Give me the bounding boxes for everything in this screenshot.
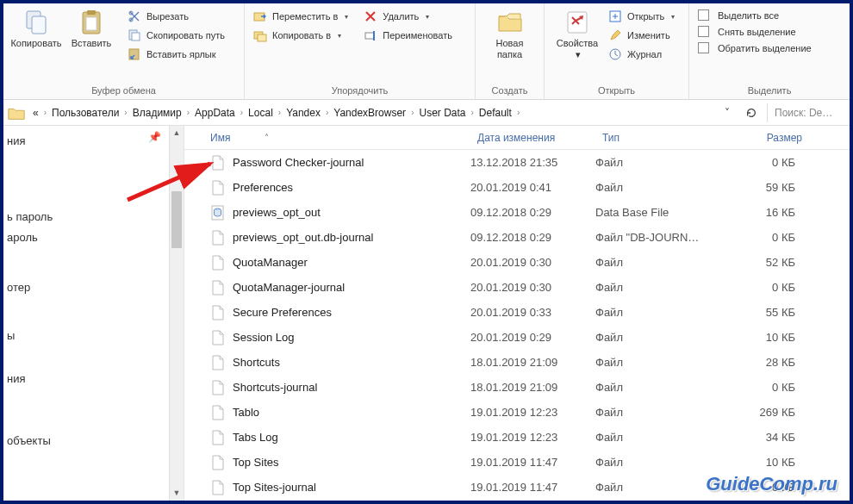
file-type: Файл	[595, 181, 716, 194]
nav-item[interactable]: ь пароль	[3, 205, 59, 228]
breadcrumb-item[interactable]: Local	[245, 107, 277, 119]
file-date: 18.01.2019 21:09	[470, 356, 595, 369]
copy-to-button[interactable]: Копировать в▾	[250, 28, 352, 43]
search-input[interactable]: Поиск: De…	[767, 103, 844, 122]
ribbon: Копировать Вставить Вырезать Скопировать…	[3, 3, 850, 100]
delete-icon	[364, 9, 377, 23]
file-size: 0 КБ	[716, 281, 811, 294]
rename-button[interactable]: Переименовать	[360, 28, 456, 43]
table-row[interactable]: Tabs Log19.01.2019 12:23Файл34 КБ	[184, 425, 850, 450]
nav-scrollbar[interactable]: ▲ ▼	[169, 126, 184, 501]
file-icon	[210, 280, 226, 296]
nav-item[interactable]: ния	[3, 367, 32, 390]
svg-rect-3	[87, 10, 96, 15]
search-placeholder: Поиск: De…	[775, 107, 832, 119]
select-none-label: Снять выделение	[718, 27, 796, 37]
delete-label: Удалить	[383, 11, 419, 22]
move-to-button[interactable]: Переместить в▾	[250, 9, 352, 24]
invert-selection-button[interactable]: Обратить выделение	[694, 41, 815, 54]
pin-icon[interactable]: 📌	[148, 131, 161, 143]
open-button[interactable]: Открыть▾	[605, 9, 678, 24]
table-row[interactable]: QuotaManager20.01.2019 0:30Файл52 КБ	[184, 250, 850, 275]
file-icon	[210, 305, 226, 320]
new-folder-button[interactable]: Новая папка	[483, 5, 538, 64]
file-icon	[210, 405, 226, 420]
edit-button[interactable]: Изменить	[605, 28, 678, 43]
svg-rect-1	[32, 16, 46, 34]
copy-path-button[interactable]: Скопировать путь	[124, 28, 228, 43]
file-name: Tabs Log	[233, 431, 278, 444]
nav-item[interactable]: объекты	[3, 429, 58, 452]
properties-button[interactable]: Свойства ▾	[550, 5, 605, 64]
breadcrumb-separator: ›	[239, 108, 245, 117]
paste-shortcut-button[interactable]: Вставить ярлык	[124, 47, 228, 62]
paste-shortcut-icon	[128, 47, 141, 61]
column-name[interactable]: Имя ˄	[210, 132, 477, 144]
breadcrumb-item[interactable]: Default	[476, 107, 515, 119]
select-none-button[interactable]: Снять выделение	[694, 25, 815, 38]
breadcrumb-item[interactable]: YandexBrowser	[330, 107, 409, 119]
file-type: Файл	[595, 381, 716, 394]
scroll-thumb[interactable]	[171, 191, 182, 248]
breadcrumb-item[interactable]: Пользователи	[48, 107, 122, 119]
file-icon	[210, 380, 226, 395]
file-size: 10 КБ	[716, 456, 811, 469]
paste-button[interactable]: Вставить	[64, 5, 119, 53]
table-row[interactable]: Session Log20.01.2019 0:29Файл10 КБ	[184, 325, 850, 350]
table-row[interactable]: Password Checker-journal13.12.2018 21:35…	[184, 150, 850, 175]
select-all-label: Выделить все	[718, 10, 779, 21]
nav-item[interactable]: ы	[3, 324, 22, 347]
select-all-button[interactable]: Выделить все	[694, 9, 815, 22]
file-date: 20.01.2019 0:30	[470, 281, 595, 294]
file-name: QuotaManager	[233, 256, 308, 269]
table-row[interactable]: previews_opt_out.db-journal09.12.2018 0:…	[184, 225, 850, 250]
nav-item[interactable]: ния	[3, 129, 32, 152]
open-label: Открыть	[627, 11, 664, 22]
breadcrumb-separator: ›	[277, 108, 283, 117]
nav-tree[interactable]: 📌 нияь парольарольотерынияобъекты ▲ ▼	[3, 126, 184, 501]
table-row[interactable]: Shortcuts18.01.2019 21:09Файл28 КБ	[184, 350, 850, 375]
table-row[interactable]: previews_opt_out09.12.2018 0:29Data Base…	[184, 200, 850, 225]
file-date: 20.01.2019 0:29	[470, 331, 595, 344]
column-size[interactable]: Размер	[723, 132, 818, 144]
table-row[interactable]: Top Sites-journal19.01.2019 11:47Файл0 К…	[184, 475, 850, 500]
table-row[interactable]: Top Sites19.01.2019 11:47Файл10 КБ	[184, 450, 850, 475]
table-row[interactable]: Preferences20.01.2019 0:41Файл59 КБ	[184, 175, 850, 200]
breadcrumb-overflow[interactable]: «	[29, 107, 42, 119]
breadcrumb[interactable]: « ›Пользователи›Владимир›AppData›Local›Y…	[29, 107, 719, 119]
copy-to-icon	[253, 28, 267, 42]
table-row[interactable]: Shortcuts-journal18.01.2019 21:09Файл0 К…	[184, 375, 850, 400]
scroll-up-icon[interactable]: ▲	[170, 126, 184, 140]
table-row[interactable]: Secure Preferences20.01.2019 0:33Файл55 …	[184, 300, 850, 325]
cut-button[interactable]: Вырезать	[124, 9, 228, 24]
file-name: previews_opt_out	[233, 206, 321, 219]
file-size: 269 КБ	[716, 406, 811, 419]
breadcrumb-item[interactable]: Yandex	[283, 107, 324, 119]
column-type[interactable]: Тип	[602, 132, 723, 144]
group-label-organize: Упорядочить	[250, 84, 470, 99]
history-button[interactable]: Журнал	[605, 47, 678, 62]
svg-rect-13	[365, 33, 374, 39]
breadcrumb-separator: ›	[515, 108, 521, 117]
delete-button[interactable]: Удалить▾	[360, 9, 456, 24]
new-folder-label-1: Новая	[496, 38, 524, 49]
table-row[interactable]: QuotaManager-journal20.01.2019 0:30Файл0…	[184, 275, 850, 300]
breadcrumb-separator: ›	[185, 108, 191, 117]
table-row[interactable]: Tablo19.01.2019 12:23Файл269 КБ	[184, 400, 850, 425]
copy-button[interactable]: Копировать	[9, 5, 64, 53]
nav-item[interactable]: отер	[3, 276, 37, 299]
open-icon	[608, 9, 622, 23]
copy-label: Копировать	[10, 38, 61, 49]
paste-label: Вставить	[72, 38, 112, 49]
file-icon	[210, 180, 226, 196]
breadcrumb-item[interactable]: User Data	[415, 107, 469, 119]
breadcrumb-item[interactable]: Владимир	[129, 107, 185, 119]
nav-item[interactable]: ароль	[3, 226, 45, 249]
scroll-down-icon[interactable]: ▼	[170, 486, 184, 501]
svg-rect-8	[132, 33, 140, 40]
column-name-label: Имя	[210, 132, 230, 144]
breadcrumb-item[interactable]: AppData	[191, 107, 239, 119]
column-date[interactable]: Дата изменения	[477, 132, 602, 144]
refresh-button[interactable]	[743, 104, 760, 121]
address-dropdown[interactable]: ˅	[719, 104, 736, 121]
